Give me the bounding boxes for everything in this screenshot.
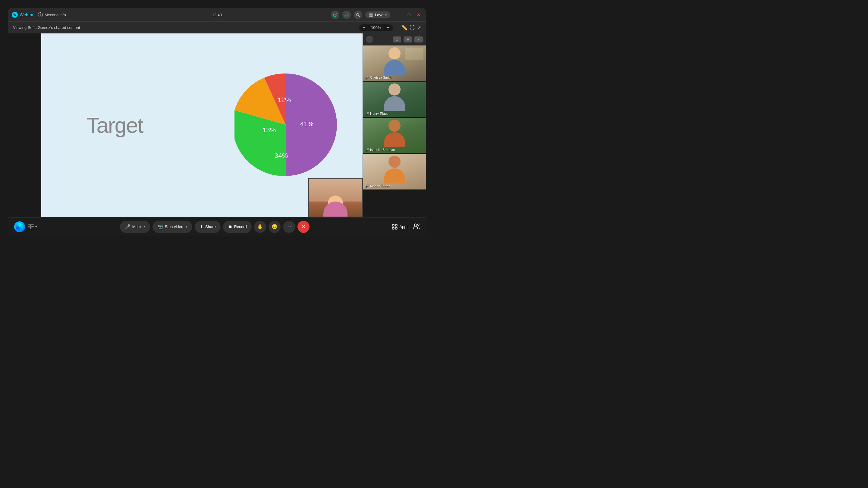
share-button[interactable]: ⬆ Share xyxy=(195,221,221,233)
fullscreen-icon[interactable]: ⛶ xyxy=(410,25,415,30)
sidebar-grid-view-button[interactable]: ⊞ xyxy=(404,36,412,42)
svg-rect-5 xyxy=(347,13,348,17)
layout-button[interactable]: Layout xyxy=(365,11,390,19)
mute-icon: 🎤 xyxy=(125,224,130,230)
presentation-area: Target 41% xyxy=(8,33,363,217)
slide-left-margin xyxy=(8,33,41,217)
participant-4-body xyxy=(384,168,405,184)
minimize-button[interactable]: − xyxy=(396,11,403,19)
toolbar-icons: ✏️ ⛶ ⤢ xyxy=(401,25,421,30)
mic-off-icon-1: 🎤 xyxy=(365,76,369,79)
toolbar-center: 🎤 Mute ▾ 📷 Stop video ▾ ⬆ Share ⏺ Record xyxy=(120,221,310,233)
svg-rect-3 xyxy=(345,14,346,17)
zoom-out-button[interactable]: − xyxy=(363,25,365,30)
sidebar-expand-button[interactable]: ⤢ xyxy=(414,36,423,42)
annotate-icon[interactable]: ✏️ xyxy=(401,25,407,30)
mic-off-icon-4: 🎤 xyxy=(365,184,369,188)
meeting-info-icon: i xyxy=(38,12,43,17)
participant-2-figure xyxy=(384,84,405,111)
window-controls: − □ ✕ xyxy=(396,11,422,19)
svg-rect-4 xyxy=(347,14,347,17)
mic-off-icon-3: 🎤 xyxy=(365,148,369,152)
sidebar-single-view-button[interactable]: ▢ xyxy=(393,36,401,42)
apps-button[interactable]: Apps xyxy=(392,224,408,230)
titlebar-clock: 12:40 xyxy=(212,13,222,17)
participants-sidebar: ˅ ▢ ⊞ ⤢ 🎤 xyxy=(363,33,426,217)
svg-point-21 xyxy=(417,224,419,226)
mic-off-icon-2: 🎤 xyxy=(365,112,369,116)
titlebar-right: Layout − □ ✕ xyxy=(331,10,422,19)
svg-point-20 xyxy=(414,224,417,226)
svg-rect-9 xyxy=(371,13,373,14)
mute-label: Mute xyxy=(132,224,141,229)
participant-3-head xyxy=(389,120,401,132)
self-view-bg xyxy=(309,178,362,217)
signal-icon[interactable] xyxy=(342,10,351,19)
participant-4-head xyxy=(389,156,401,168)
slide-content: Target 41% xyxy=(41,33,363,217)
record-label: Record xyxy=(234,224,247,229)
meeting-info-label: Meeting info xyxy=(44,13,66,17)
pie-label-13: 13% xyxy=(262,126,276,134)
more-button[interactable]: ··· xyxy=(283,221,295,233)
svg-point-1 xyxy=(335,14,336,15)
apps-label: Apps xyxy=(399,224,408,229)
layout-toggle-icon xyxy=(28,224,34,229)
expand-icon[interactable]: ⤢ xyxy=(417,25,421,30)
zoom-divider xyxy=(368,25,368,30)
participant-3-name: 🎤 Isabelle Brennan xyxy=(365,148,395,152)
participant-1-name: 🎤 Clarissa Smith xyxy=(365,76,392,79)
stop-video-button[interactable]: 📷 Stop video ▾ xyxy=(153,221,192,233)
webex-logo: W Webex xyxy=(12,12,33,18)
pie-chart: 41% 34% 13% 12% xyxy=(235,73,337,177)
svg-rect-12 xyxy=(28,224,30,227)
toolbar-right: Apps xyxy=(392,223,420,230)
participant-2-body xyxy=(384,96,405,111)
stop-video-icon: 📷 xyxy=(157,224,163,230)
svg-rect-14 xyxy=(28,227,30,229)
svg-rect-15 xyxy=(31,227,34,229)
participant-3-figure xyxy=(384,120,405,147)
pie-label-12: 12% xyxy=(278,96,291,104)
sidebar-collapse-button[interactable]: ˅ xyxy=(366,36,373,43)
network-icon[interactable] xyxy=(331,10,339,19)
pie-label-41: 41% xyxy=(300,120,313,128)
room-decor-1 xyxy=(405,48,424,60)
share-label: Share xyxy=(205,224,216,229)
participant-1-figure xyxy=(384,47,405,75)
close-button[interactable]: ✕ xyxy=(415,11,422,19)
participant-tile: 🎤 Marise Torres xyxy=(363,154,426,190)
viewing-text: Viewing Sofia Gomez's shared content xyxy=(13,25,80,30)
layout-toggle[interactable]: ▾ xyxy=(28,224,37,229)
end-call-button[interactable]: ✕ xyxy=(298,221,310,233)
slide-title: Target xyxy=(86,113,143,138)
record-button[interactable]: ⏺ Record xyxy=(223,221,252,233)
main-area: Target 41% xyxy=(8,33,426,217)
svg-rect-16 xyxy=(393,224,394,226)
svg-rect-10 xyxy=(369,15,371,17)
sidebar-header-icons: ▢ ⊞ ⤢ xyxy=(393,36,423,42)
participants-panel-button[interactable] xyxy=(413,223,420,230)
svg-rect-19 xyxy=(396,227,397,229)
pie-label-34: 34% xyxy=(275,152,288,159)
reactions-button[interactable]: 😊 xyxy=(269,221,281,233)
zoom-value: 100% xyxy=(371,25,381,30)
content-toolbar: Viewing Sofia Gomez's shared content − 1… xyxy=(8,22,426,33)
stop-video-arrow: ▾ xyxy=(186,225,187,229)
search-icon[interactable] xyxy=(354,10,362,19)
participant-2-head xyxy=(389,84,401,96)
raise-hand-button[interactable]: ✋ xyxy=(254,221,266,233)
layout-label: Layout xyxy=(375,13,387,17)
zoom-in-button[interactable]: + xyxy=(387,25,390,30)
webex-logo-icon: W xyxy=(12,12,18,18)
titlebar-left: W Webex i Meeting info xyxy=(12,12,66,18)
mute-button[interactable]: 🎤 Mute ▾ xyxy=(120,221,150,233)
svg-rect-11 xyxy=(371,15,373,17)
sidebar-header: ˅ ▢ ⊞ ⤢ xyxy=(363,33,426,45)
maximize-button[interactable]: □ xyxy=(405,11,412,19)
meeting-info-tab[interactable]: i Meeting info xyxy=(38,12,66,17)
webex-app-name: Webex xyxy=(20,12,33,17)
webex-orb xyxy=(14,221,25,232)
record-icon: ⏺ xyxy=(228,224,232,229)
stop-video-label: Stop video xyxy=(165,224,183,229)
